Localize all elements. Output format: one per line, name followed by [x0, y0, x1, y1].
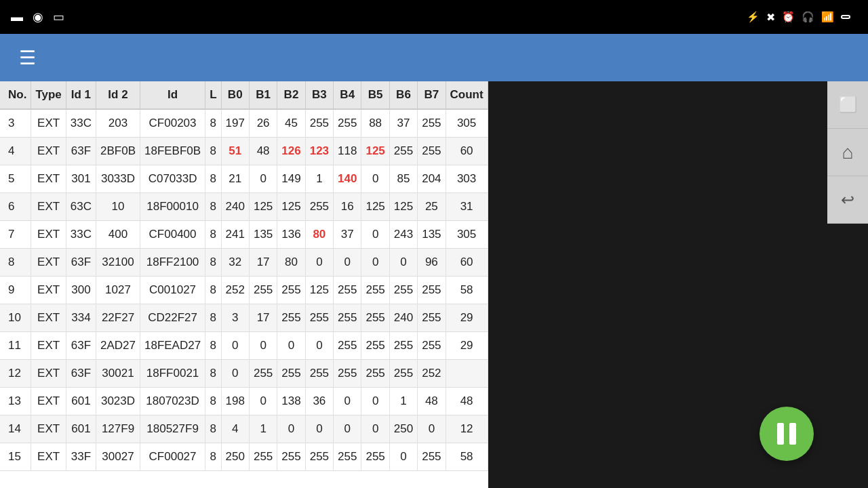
cell-b4: 0	[334, 249, 361, 277]
col-header-type: Type	[31, 81, 66, 109]
cell-no: 13	[0, 388, 31, 415]
cell-type: EXT	[31, 165, 66, 193]
cell-b5: 0	[361, 415, 389, 443]
home-button[interactable]: ⌂	[827, 129, 868, 176]
cell-b6: 255	[389, 332, 417, 360]
cell-b2: 255	[277, 360, 305, 388]
back-icon: ↩	[841, 190, 854, 209]
cell-b1: 17	[249, 249, 277, 277]
cell-type: EXT	[31, 221, 66, 249]
cell-b7: 0	[418, 415, 446, 443]
cell-b4: 118	[334, 138, 361, 165]
cell-b6: 255	[389, 277, 417, 304]
cell-b4: 0	[334, 388, 361, 415]
cell-b3: 255	[305, 443, 333, 471]
cell-type: EXT	[31, 415, 66, 443]
pause-button[interactable]	[760, 407, 814, 461]
cell-b6: 255	[389, 138, 417, 165]
cell-b2: 255	[277, 304, 305, 332]
cell-b3: 0	[305, 249, 333, 277]
cell-b5: 255	[361, 277, 389, 304]
cell-id1: 300	[66, 277, 96, 304]
cell-b2: 0	[277, 332, 305, 360]
cell-no: 11	[0, 332, 31, 360]
camera-icon: ◉	[33, 9, 43, 24]
cell-b3: 0	[305, 415, 333, 443]
cell-l: 8	[205, 332, 221, 360]
cell-b5: 88	[361, 109, 389, 138]
cell-b5: 0	[361, 388, 389, 415]
cell-no: 9	[0, 277, 31, 304]
col-header-id1: Id 1	[66, 81, 96, 109]
cell-l: 8	[205, 249, 221, 277]
table-row[interactable]: 3EXT33C203CF0020381972645255255883725530…	[0, 109, 488, 138]
table-row[interactable]: 10EXT33422F27CD22F2783172552552552552402…	[0, 304, 488, 332]
cell-b7: 255	[418, 277, 446, 304]
cell-type: EXT	[31, 277, 66, 304]
cell-b0: 3	[221, 304, 249, 332]
cell-b5: 125	[361, 138, 389, 165]
cell-b2: 255	[277, 277, 305, 304]
cell-b7: 255	[418, 304, 446, 332]
cell-b0: 21	[221, 165, 249, 193]
table-row[interactable]: 12EXT63F3002118FF00218025525525525525525…	[0, 360, 488, 388]
cell-id2: 2BF0B	[96, 138, 140, 165]
table-row[interactable]: 13EXT6013023D1807023D81980138360014848	[0, 388, 488, 415]
table-row[interactable]: 11EXT63F2AD2718FEAD278000025525525525529	[0, 332, 488, 360]
back-button[interactable]: ↩	[827, 176, 868, 224]
cell-id: CF00203	[140, 109, 205, 138]
hamburger-menu[interactable]: ☰	[14, 41, 41, 75]
cell-b7: 96	[418, 249, 446, 277]
col-header-b5: B5	[361, 81, 389, 109]
cell-count: 31	[446, 193, 488, 221]
table-row[interactable]: 4EXT63F2BF0B18FEBF0B85148126123118125255…	[0, 138, 488, 165]
cell-b7: 255	[418, 109, 446, 138]
cell-b3: 125	[305, 277, 333, 304]
cell-b2: 125	[277, 193, 305, 221]
headset-icon: 🎧	[802, 11, 814, 23]
cell-b3: 255	[305, 193, 333, 221]
cell-b2: 80	[277, 249, 305, 277]
table-row[interactable]: 5EXT3013033DC07033D82101491140085204303	[0, 165, 488, 193]
table-row[interactable]: 14EXT601127F9180527F98410000250012	[0, 415, 488, 443]
cell-type: EXT	[31, 443, 66, 471]
col-header-l: L	[205, 81, 221, 109]
col-header-no: No.	[0, 81, 31, 109]
table-row[interactable]: 6EXT63C1018F0001082401251252551612512525…	[0, 193, 488, 221]
cell-b3: 0	[305, 332, 333, 360]
cell-b1: 125	[249, 193, 277, 221]
cell-l: 8	[205, 304, 221, 332]
cell-l: 8	[205, 388, 221, 415]
screen-icon: ⬜	[839, 96, 857, 114]
cell-b4: 255	[334, 360, 361, 388]
cell-b1: 48	[249, 138, 277, 165]
cell-b3: 123	[305, 138, 333, 165]
cell-count: 58	[446, 277, 488, 304]
cell-type: EXT	[31, 138, 66, 165]
cell-b2: 136	[277, 221, 305, 249]
table-row[interactable]: 8EXT63F3210018FF2100832178000009660	[0, 249, 488, 277]
table-row[interactable]: 7EXT33C400CF0040082411351368037024313530…	[0, 221, 488, 249]
cell-id2: 10	[96, 193, 140, 221]
app-bar: ☰	[0, 34, 868, 81]
cell-id: C07033D	[140, 165, 205, 193]
cell-id: 1807023D	[140, 388, 205, 415]
cell-b2: 149	[277, 165, 305, 193]
cell-b4: 255	[334, 109, 361, 138]
cell-b7: 255	[418, 332, 446, 360]
cell-b1: 255	[249, 443, 277, 471]
alarm-icon: ⏰	[782, 11, 795, 23]
cell-count: 48	[446, 388, 488, 415]
cell-no: 14	[0, 415, 31, 443]
table-row[interactable]: 9EXT3001027C0010278252255255125255255255…	[0, 277, 488, 304]
cell-b1: 0	[249, 165, 277, 193]
screen-button[interactable]: ⬜	[827, 81, 868, 129]
cell-no: 10	[0, 304, 31, 332]
bluetooth-icon: ⚡	[747, 11, 760, 23]
cell-no: 7	[0, 221, 31, 249]
cell-id: CF00400	[140, 221, 205, 249]
table-row[interactable]: 15EXT33F30027CF0002782502552552552552550…	[0, 443, 488, 471]
cell-b4: 255	[334, 443, 361, 471]
cell-b7: 204	[418, 165, 446, 193]
cell-count: 305	[446, 221, 488, 249]
